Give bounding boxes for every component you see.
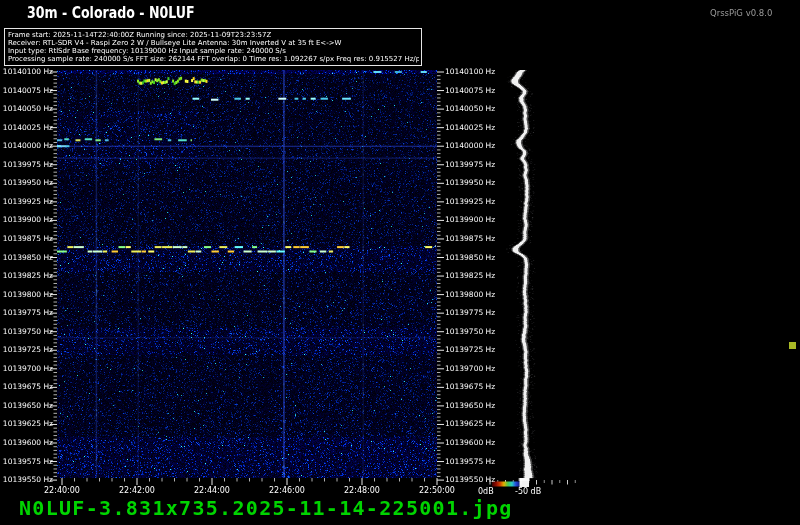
freq-tick-label-left: 10140000 Hz	[0, 142, 53, 150]
app-version-label: QrssPiG v0.8.0	[710, 8, 772, 18]
info-line-frame-start: Frame start: 2025-11-14T22:40:00Z Runnin…	[8, 31, 419, 39]
freq-tick-label-left: 10139625 Hz	[0, 420, 53, 428]
freq-tick-label-left: 10139900 Hz	[0, 216, 53, 224]
output-filename-text: N0LUF-3.831x735.2025-11-14-225001.jpg	[19, 496, 513, 520]
freq-tick-label-right: 10139975 Hz	[445, 161, 495, 169]
freq-tick-label-left: 10139575 Hz	[0, 458, 53, 466]
time-tick-label: 22:50:00	[409, 486, 465, 495]
freq-tick-label-right: 10139625 Hz	[445, 420, 495, 428]
freq-tick-label-left: 10139825 Hz	[0, 272, 53, 280]
freq-tick-label-left: 10140050 Hz	[0, 105, 53, 113]
freq-tick-label-left: 10139600 Hz	[0, 439, 53, 447]
freq-tick-label-right: 10140100 Hz	[445, 68, 495, 76]
freq-tick-label-right: 10139650 Hz	[445, 402, 495, 410]
freq-tick-label-right: 10139600 Hz	[445, 439, 495, 447]
freq-tick-label-right: 10139700 Hz	[445, 365, 495, 373]
freq-tick-label-right: 10139925 Hz	[445, 198, 495, 206]
freq-tick-label-left: 10139725 Hz	[0, 346, 53, 354]
freq-tick-label-left: 10139775 Hz	[0, 309, 53, 317]
capture-info-box: Frame start: 2025-11-14T22:40:00Z Runnin…	[4, 28, 422, 66]
freq-tick-label-right: 10139800 Hz	[445, 291, 495, 299]
freq-tick-label-left: 10139850 Hz	[0, 254, 53, 262]
time-tick-label: 22:40:00	[34, 486, 90, 495]
time-tick-label: 22:48:00	[334, 486, 390, 495]
time-tick-label: 22:44:00	[184, 486, 240, 495]
freq-tick-label-left: 10139750 Hz	[0, 328, 53, 336]
freq-tick-label-right: 10139950 Hz	[445, 179, 495, 187]
freq-tick-label-right: 10139725 Hz	[445, 346, 495, 354]
freq-tick-label-right: 10140050 Hz	[445, 105, 495, 113]
freq-tick-label-left: 10139650 Hz	[0, 402, 53, 410]
info-line-input: Input type: RtlSdr Base frequency: 10139…	[8, 47, 419, 55]
info-line-processing: Processing sample rate: 240000 S/s FFT s…	[8, 55, 419, 63]
qrsspig-grabber-image: 30m - Colorado - N0LUF QrssPiG v0.8.0 Fr…	[0, 0, 800, 525]
freq-tick-label-left: 10139700 Hz	[0, 365, 53, 373]
db-tick-label: -50 dB	[515, 487, 541, 496]
freq-tick-label-right: 10139875 Hz	[445, 235, 495, 243]
freq-tick-label-right: 10139675 Hz	[445, 383, 495, 391]
db-tick-label: 0dB	[478, 487, 494, 496]
freq-tick-label-right: 10139775 Hz	[445, 309, 495, 317]
freq-tick-label-right: 10139825 Hz	[445, 272, 495, 280]
freq-tick-label-left: 10139875 Hz	[0, 235, 53, 243]
page-title: 30m - Colorado - N0LUF	[27, 4, 195, 22]
time-tick-label: 22:46:00	[259, 486, 315, 495]
freq-tick-label-right: 10140025 Hz	[445, 124, 495, 132]
freq-tick-label-left: 10139925 Hz	[0, 198, 53, 206]
freq-tick-label-right: 10139900 Hz	[445, 216, 495, 224]
freq-tick-label-right: 10139850 Hz	[445, 254, 495, 262]
info-line-receiver: Receiver: RTL-SDR V4 - Raspi Zero 2 W / …	[8, 39, 419, 47]
freq-tick-label-left: 10140025 Hz	[0, 124, 53, 132]
freq-tick-label-left: 10139800 Hz	[0, 291, 53, 299]
freq-tick-label-right: 10140075 Hz	[445, 87, 495, 95]
freq-tick-label-left: 10139975 Hz	[0, 161, 53, 169]
freq-tick-label-right: 10139550 Hz	[445, 476, 495, 484]
status-indicator-square	[789, 342, 796, 349]
freq-tick-label-left: 10140100 Hz	[0, 68, 53, 76]
freq-tick-label-right: 10139575 Hz	[445, 458, 495, 466]
freq-tick-label-right: 10139750 Hz	[445, 328, 495, 336]
time-tick-label: 22:42:00	[109, 486, 165, 495]
freq-tick-label-left: 10140075 Hz	[0, 87, 53, 95]
freq-tick-label-left: 10139675 Hz	[0, 383, 53, 391]
freq-tick-label-left: 10139550 Hz	[0, 476, 53, 484]
waterfall-spectrogram-canvas	[0, 0, 800, 525]
freq-tick-label-left: 10139950 Hz	[0, 179, 53, 187]
freq-tick-label-right: 10140000 Hz	[445, 142, 495, 150]
